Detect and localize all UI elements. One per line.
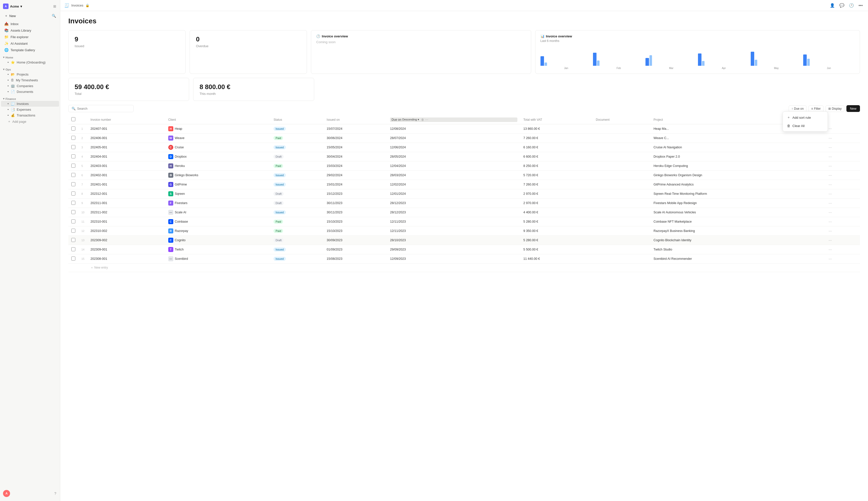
row-menu-icon[interactable]: ⋯ bbox=[827, 238, 833, 243]
sidebar-item-inbox[interactable]: 📥 Inbox bbox=[1, 21, 59, 27]
chat-button[interactable]: 💬 bbox=[838, 2, 846, 9]
add-sort-rule-item[interactable]: ＋ Add sort rule bbox=[783, 113, 828, 122]
col-due-on-sort[interactable]: Due on Descending ▾ 🗑 ⋯ bbox=[390, 117, 517, 122]
row-menu-icon[interactable]: ⋯ bbox=[827, 127, 833, 131]
row-checkbox[interactable] bbox=[68, 245, 79, 254]
delete-sort-icon[interactable]: 🗑 bbox=[421, 118, 424, 121]
help-button[interactable]: ? bbox=[53, 491, 57, 496]
sidebar-item-home-onboarding[interactable]: • ⭐ Home (Onboarding) bbox=[1, 60, 59, 65]
new-entry-row[interactable]: ＋ New entry bbox=[68, 264, 860, 272]
table-row[interactable]: 5 202403-001 H Heroku Paid 15/03/2024 12… bbox=[68, 161, 860, 171]
select-all-checkbox[interactable] bbox=[71, 117, 75, 121]
row-menu-icon[interactable]: ⋯ bbox=[827, 164, 833, 168]
sidebar-item-projects[interactable]: • 📂 Projects bbox=[1, 72, 59, 77]
table-row[interactable]: 14 202309-001 T Twitch Issued 01/09/2023… bbox=[68, 245, 860, 254]
table-row[interactable]: 10 202311-002 — Scale AI Issued 30/11/20… bbox=[68, 208, 860, 217]
row-checkbox[interactable] bbox=[68, 171, 79, 180]
row-checkbox[interactable] bbox=[68, 161, 79, 171]
profile-button[interactable]: 👤 bbox=[828, 2, 836, 9]
row-menu-icon[interactable]: ⋯ bbox=[827, 154, 833, 159]
sidebar-layout-icon[interactable]: ⊞ bbox=[52, 3, 57, 9]
user-avatar[interactable]: A bbox=[3, 490, 10, 497]
table-row[interactable]: 12 202310-002 R Razorpay Paid 15/10/2023… bbox=[68, 226, 860, 236]
clear-all-item[interactable]: 🗑 Clear All bbox=[783, 122, 828, 130]
row-checkbox[interactable] bbox=[68, 189, 79, 199]
more-button[interactable]: ••• bbox=[857, 2, 864, 9]
row-menu-icon[interactable]: ⋯ bbox=[827, 182, 833, 187]
row-actions-cell[interactable]: ⋯ bbox=[824, 134, 860, 143]
new-button[interactable]: ＋ New bbox=[3, 12, 51, 19]
row-menu-icon[interactable]: ⋯ bbox=[827, 136, 833, 140]
sidebar-item-documents[interactable]: • 📄 Documents bbox=[1, 89, 59, 95]
workspace-switcher[interactable]: A Acme ▾ bbox=[3, 3, 22, 9]
row-checkbox[interactable] bbox=[68, 217, 79, 226]
table-row[interactable]: 8 202312-001 S Sqreen Draft 15/12/2023 1… bbox=[68, 189, 860, 199]
row-menu-icon[interactable]: ⋯ bbox=[827, 257, 833, 261]
row-checkbox[interactable] bbox=[68, 134, 79, 143]
new-entry-label[interactable]: ＋ New entry bbox=[87, 264, 860, 272]
filter-button[interactable]: ≡ Filter bbox=[808, 105, 824, 112]
table-row[interactable]: 3 202405-001 C Cruise Issued 15/05/2024 … bbox=[68, 143, 860, 152]
row-menu-icon[interactable]: ⋯ bbox=[827, 220, 833, 224]
row-checkbox[interactable] bbox=[68, 143, 79, 152]
sidebar-item-invoices[interactable]: • 🧾 Invoices bbox=[1, 101, 59, 107]
row-actions-cell[interactable]: ⋯ bbox=[824, 226, 860, 236]
table-row[interactable]: 4 202404-001 D Dropbox Draft 30/04/2024 … bbox=[68, 152, 860, 161]
more-sort-icon[interactable]: ⋯ bbox=[425, 118, 428, 121]
sidebar-item-assets[interactable]: 📚 Assets Library bbox=[1, 27, 59, 34]
row-actions-cell[interactable]: ⋯ bbox=[824, 171, 860, 180]
sidebar-item-companies[interactable]: • 🏢 Companies bbox=[1, 83, 59, 89]
row-checkbox[interactable] bbox=[68, 236, 79, 245]
due-on-button[interactable]: ↑ Due on bbox=[788, 105, 806, 112]
sidebar-item-ai-assistant[interactable]: ✨ AI Assistant bbox=[1, 40, 59, 47]
sidebar-item-template-gallery[interactable]: 🌐 Template Gallery bbox=[1, 47, 59, 53]
add-page-button[interactable]: ＋ Add page bbox=[1, 118, 59, 125]
table-row[interactable]: 2 202406-001 W Weave Paid 30/06/2024 28/… bbox=[68, 134, 860, 143]
row-menu-icon[interactable]: ⋯ bbox=[827, 145, 833, 150]
table-row[interactable]: 7 202401-001 G GitPrime Issued 15/01/202… bbox=[68, 180, 860, 189]
row-checkbox[interactable] bbox=[68, 254, 79, 264]
row-checkbox[interactable] bbox=[68, 226, 79, 236]
row-actions-cell[interactable]: ⋯ bbox=[824, 199, 860, 208]
table-row[interactable]: 1 202407-001 H Heap Issued 15/07/2024 12… bbox=[68, 124, 860, 134]
row-actions-cell[interactable]: ⋯ bbox=[824, 152, 860, 161]
section-ops[interactable]: ▾ Ops bbox=[0, 65, 60, 72]
section-home[interactable]: ▾ Home bbox=[0, 53, 60, 60]
row-actions-cell[interactable]: ⋯ bbox=[824, 143, 860, 152]
row-actions-cell[interactable]: ⋯ bbox=[824, 180, 860, 189]
row-menu-icon[interactable]: ⋯ bbox=[827, 201, 833, 205]
row-menu-icon[interactable]: ⋯ bbox=[827, 192, 833, 196]
table-row[interactable]: 13 202309-002 C Cognito Draft 30/09/2023… bbox=[68, 236, 860, 245]
row-actions-cell[interactable]: ⋯ bbox=[824, 236, 860, 245]
row-actions-cell[interactable]: ⋯ bbox=[824, 245, 860, 254]
row-actions-cell[interactable]: ⋯ bbox=[824, 161, 860, 171]
sidebar-item-timesheets[interactable]: • 🗓 My Timesheets bbox=[1, 77, 59, 83]
sidebar-item-file-explorer[interactable]: 📁 File explorer bbox=[1, 34, 59, 40]
table-row[interactable]: 9 202311-001 F Fivestars Draft 30/11/202… bbox=[68, 199, 860, 208]
table-row[interactable]: 6 202402-001 ⚙ Ginkgo Bioworks Issued 29… bbox=[68, 171, 860, 180]
table-row[interactable]: 11 202310-001 C Coinbase Paid 15/10/2023… bbox=[68, 217, 860, 226]
row-actions-cell[interactable]: ⋯ bbox=[824, 217, 860, 226]
search-button[interactable]: 🔍 bbox=[51, 13, 57, 19]
row-checkbox[interactable] bbox=[68, 180, 79, 189]
row-checkbox[interactable] bbox=[68, 152, 79, 161]
sidebar-item-transactions[interactable]: • 💰 Transactions bbox=[1, 113, 59, 118]
row-menu-icon[interactable]: ⋯ bbox=[827, 247, 833, 252]
row-menu-icon[interactable]: ⋯ bbox=[827, 210, 833, 215]
row-checkbox[interactable] bbox=[68, 199, 79, 208]
new-invoice-button[interactable]: New bbox=[846, 105, 860, 112]
history-button[interactable]: 🕐 bbox=[848, 2, 855, 9]
display-button[interactable]: ⊞ Display bbox=[826, 105, 844, 112]
row-actions-cell[interactable]: ⋯ bbox=[824, 189, 860, 199]
row-actions-cell[interactable]: ⋯ bbox=[824, 254, 860, 264]
search-input[interactable] bbox=[77, 107, 130, 110]
row-checkbox[interactable] bbox=[68, 124, 79, 134]
row-actions-cell[interactable]: ⋯ bbox=[824, 124, 860, 134]
sidebar-item-expenses[interactable]: • 📑 Expenses bbox=[1, 107, 59, 113]
row-menu-icon[interactable]: ⋯ bbox=[827, 173, 833, 178]
row-actions-cell[interactable]: ⋯ bbox=[824, 208, 860, 217]
row-menu-icon[interactable]: ⋯ bbox=[827, 229, 833, 233]
row-checkbox[interactable] bbox=[68, 208, 79, 217]
table-row[interactable]: 15 202308-001 — Scentbird Issued 15/08/2… bbox=[68, 254, 860, 264]
search-box[interactable]: 🔍 bbox=[68, 105, 134, 112]
